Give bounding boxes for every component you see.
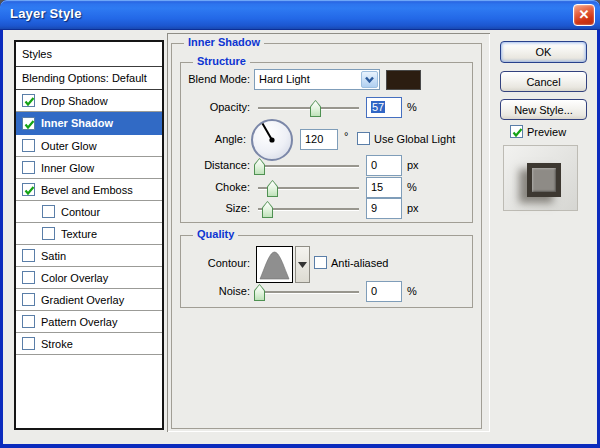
cancel-button[interactable]: Cancel [500, 71, 587, 92]
sidebar-item-label: Color Overlay [41, 272, 108, 284]
inner-glow-checkbox[interactable] [22, 161, 35, 174]
outer-glow-checkbox[interactable] [22, 139, 35, 152]
stroke-checkbox[interactable] [22, 337, 35, 350]
check-icon [23, 184, 36, 197]
dialog-body: Styles Blending Options: Default Drop Sh… [3, 30, 597, 444]
title-bar[interactable]: Layer Style ✕ [0, 0, 600, 30]
preview-checkbox[interactable] [510, 125, 523, 138]
distance-input[interactable]: 0 [366, 155, 402, 176]
sidebar-item-label: Styles [22, 48, 52, 60]
sidebar-item-pattern-overlay[interactable]: Pattern Overlay [16, 311, 162, 333]
inner-shadow-checkbox[interactable] [22, 117, 35, 130]
chevron-down-icon[interactable] [361, 71, 378, 88]
close-icon: ✕ [579, 7, 590, 22]
close-button[interactable]: ✕ [573, 4, 595, 26]
sidebar-item-label: Blending Options: Default [22, 72, 147, 84]
sidebar-item-inner-shadow[interactable]: Inner Shadow [16, 112, 162, 135]
preview-label: Preview [527, 126, 566, 138]
noise-unit: % [407, 285, 417, 297]
angle-input[interactable]: 120 [300, 129, 338, 150]
contour-dropdown-arrow[interactable] [295, 246, 310, 283]
layer-style-dialog: Layer Style ✕ Styles Blending Options: D… [0, 0, 600, 448]
angle-label: Angle: [140, 133, 246, 145]
drop-shadow-checkbox[interactable] [22, 94, 35, 107]
size-unit: px [407, 202, 419, 214]
opacity-slider-track[interactable] [258, 107, 359, 109]
angle-unit: ° [344, 130, 348, 142]
anti-aliased-label: Anti-aliased [331, 257, 388, 269]
satin-checkbox[interactable] [22, 249, 35, 262]
noise-slider-track[interactable] [258, 291, 359, 293]
effects-list: Styles Blending Options: Default Drop Sh… [14, 40, 164, 430]
opacity-input[interactable]: 57 [366, 97, 402, 118]
sidebar-item-label: Outer Glow [41, 140, 97, 152]
choke-input[interactable]: 15 [366, 177, 402, 198]
choke-label: Choke: [140, 181, 250, 193]
preview-layer-square [527, 163, 561, 197]
noise-label: Noise: [140, 285, 250, 297]
size-input[interactable]: 9 [366, 198, 402, 219]
contour-cone-icon [257, 247, 292, 282]
use-global-light-row: Use Global Light [357, 132, 455, 145]
contour-checkbox[interactable] [42, 205, 55, 218]
contour-picker[interactable] [256, 246, 293, 283]
pattern-overlay-checkbox[interactable] [22, 315, 35, 328]
blend-mode-select[interactable]: Hard Light [254, 69, 380, 90]
noise-input[interactable]: 0 [366, 281, 402, 302]
check-icon [23, 118, 36, 131]
check-icon [511, 126, 524, 139]
sidebar-item-label: Inner Glow [41, 162, 94, 174]
sidebar-item-label: Texture [61, 228, 97, 240]
blend-mode-label: Blend Mode: [140, 73, 250, 85]
use-global-light-checkbox[interactable] [357, 132, 370, 145]
sidebar-item-label: Pattern Overlay [41, 316, 117, 328]
style-preview-thumbnail [503, 145, 578, 211]
new-style-button[interactable]: New Style... [500, 99, 587, 120]
color-overlay-checkbox[interactable] [22, 271, 35, 284]
distance-unit: px [407, 159, 419, 171]
anti-aliased-checkbox[interactable] [314, 256, 327, 269]
sidebar-item-label: Stroke [41, 338, 73, 350]
check-icon [23, 95, 36, 108]
distance-slider-track[interactable] [258, 165, 359, 167]
sidebar-item-styles[interactable]: Styles [16, 42, 162, 67]
opacity-label: Opacity: [140, 101, 250, 113]
shadow-color-swatch[interactable] [386, 70, 421, 90]
sidebar-item-label: Drop Shadow [41, 95, 108, 107]
sidebar-item-label: Bevel and Emboss [41, 184, 133, 196]
sidebar-item-label: Gradient Overlay [41, 294, 124, 306]
sidebar-item-stroke[interactable]: Stroke [16, 333, 162, 355]
sidebar-item-texture[interactable]: Texture [16, 223, 162, 245]
gradient-overlay-checkbox[interactable] [22, 293, 35, 306]
anti-aliased-row: Anti-aliased [314, 256, 388, 269]
use-global-light-label: Use Global Light [374, 133, 455, 145]
window-title: Layer Style [10, 6, 82, 21]
bevel-emboss-checkbox[interactable] [22, 183, 35, 196]
distance-label: Distance: [140, 159, 250, 171]
ok-button[interactable]: OK [500, 41, 587, 63]
texture-checkbox[interactable] [42, 227, 55, 240]
sidebar-item-label: Satin [41, 250, 66, 262]
opacity-unit: % [407, 101, 417, 113]
angle-dial[interactable] [250, 118, 294, 162]
size-label: Size: [140, 202, 250, 214]
quality-group: Quality [180, 235, 473, 308]
quality-group-title: Quality [193, 228, 238, 240]
choke-unit: % [407, 181, 417, 193]
size-slider-track[interactable] [258, 208, 359, 210]
panel-title: Inner Shadow [184, 36, 264, 48]
sidebar-item-label: Inner Shadow [41, 117, 113, 129]
sidebar-item-label: Contour [61, 206, 100, 218]
contour-label: Contour: [140, 257, 250, 269]
blend-mode-value: Hard Light [259, 73, 310, 85]
structure-group-title: Structure [193, 55, 250, 67]
triangle-down-icon [298, 262, 307, 268]
preview-row: Preview [510, 125, 566, 138]
